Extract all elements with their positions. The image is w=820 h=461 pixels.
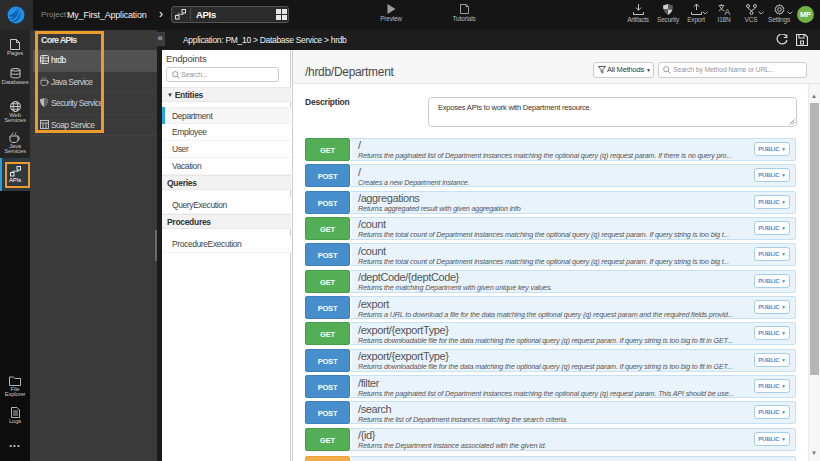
svg-text:A: A	[724, 7, 730, 15]
